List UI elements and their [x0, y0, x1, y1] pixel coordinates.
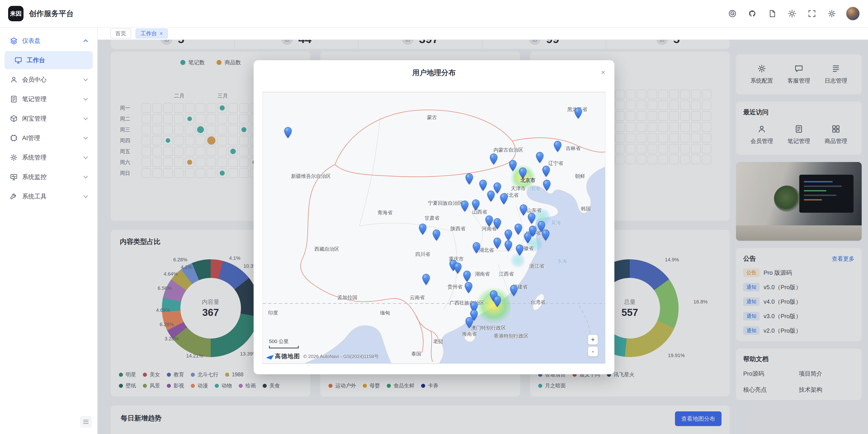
document-icon[interactable]: [765, 6, 780, 21]
map-label: 台湾省: [530, 299, 545, 306]
china-map[interactable]: 500 公里 高德地图 © 2026 AutoNavi - GS(2024)11…: [263, 92, 605, 364]
sidebar-item-笔记管理[interactable]: 笔记管理: [4, 90, 93, 108]
map-pin[interactable]: [479, 179, 487, 191]
map-pin[interactable]: [541, 229, 550, 241]
box-icon: [10, 115, 18, 122]
map-pin[interactable]: [536, 152, 544, 163]
map-pin[interactable]: [500, 193, 508, 205]
fullscreen-icon[interactable]: [804, 6, 819, 21]
modal-title: 用户地理分布: [412, 68, 456, 78]
gitee-icon[interactable]: [725, 6, 740, 21]
sidebar-item-系统管理[interactable]: 系统管理: [4, 148, 93, 167]
map-pin[interactable]: [542, 166, 550, 177]
map-label: 广西壮族自治区: [450, 299, 485, 307]
map-pin[interactable]: [574, 107, 582, 119]
tab-label: 首页: [115, 30, 126, 37]
tab-首页[interactable]: 首页: [110, 29, 131, 38]
map-pin[interactable]: [514, 223, 522, 235]
sidebar-collapse-icon[interactable]: [80, 416, 92, 428]
map-pin[interactable]: [554, 141, 562, 152]
users-icon: [10, 76, 18, 84]
sidebar-item-工作台[interactable]: 工作台: [4, 51, 93, 69]
sidebar-item-label: 工作台: [27, 56, 45, 64]
sidebar-item-label: 系统管理: [22, 153, 46, 162]
sidebar-item-AI管理[interactable]: AI管理: [4, 129, 93, 147]
map-pin[interactable]: [472, 242, 480, 254]
map-label: 西藏自治区: [314, 246, 339, 253]
chevron-icon: [84, 135, 88, 140]
map-label: 新疆维吾尔自治区: [291, 173, 331, 180]
sidebar-item-闲宝管理[interactable]: 闲宝管理: [4, 110, 93, 127]
sidebar-item-仪表盘[interactable]: 仪表盘: [4, 32, 93, 50]
map-label: 缅甸: [380, 310, 390, 316]
map-pin[interactable]: [504, 240, 513, 252]
map-pin[interactable]: [485, 215, 493, 227]
map-pin[interactable]: [284, 127, 292, 139]
map-label: 贵州省: [447, 284, 462, 290]
map-pin[interactable]: [432, 229, 440, 241]
map-pin[interactable]: [465, 317, 473, 328]
map-label: 蒙古: [427, 114, 437, 121]
map-pin[interactable]: [516, 244, 524, 256]
theme-toggle-icon[interactable]: [784, 6, 800, 21]
map-pin[interactable]: [490, 153, 498, 165]
map-pin[interactable]: [493, 295, 501, 307]
sidebar-item-label: 系统监控: [22, 173, 46, 181]
zoom-in-button[interactable]: +: [588, 335, 598, 345]
tool-icon: [10, 193, 18, 200]
map-pin[interactable]: [520, 204, 528, 216]
sidebar-item-系统监控[interactable]: 系统监控: [4, 168, 93, 186]
sidebar: 仪表盘工作台会员中心笔记管理闲宝管理AI管理系统管理系统监控系统工具: [0, 28, 98, 434]
sidebar-item-label: AI管理: [22, 134, 40, 142]
chevron-icon: [84, 77, 88, 81]
geo-distribution-modal: 用户地理分布 ×: [254, 60, 614, 374]
app-logo[interactable]: 来因: [8, 6, 24, 21]
map-label: 江西省: [499, 271, 514, 278]
sidebar-item-label: 会员中心: [22, 76, 46, 84]
map-pin[interactable]: [422, 273, 430, 285]
map-label: 泰国: [411, 350, 421, 357]
ai-icon: [10, 134, 18, 142]
map-pin[interactable]: [454, 262, 462, 274]
settings-gear-icon[interactable]: [824, 6, 839, 21]
map-pin[interactable]: [510, 285, 518, 296]
sidebar-item-系统工具[interactable]: 系统工具: [4, 187, 93, 205]
user-avatar[interactable]: [846, 6, 860, 21]
github-icon[interactable]: [745, 6, 760, 21]
map-pin[interactable]: [418, 223, 427, 235]
map-pin[interactable]: [465, 173, 473, 185]
close-icon[interactable]: ×: [601, 68, 605, 76]
map-pin[interactable]: [519, 167, 527, 179]
map-attribution: © 2026 AutoNavi - GS(2024)1158号: [303, 353, 379, 359]
map-pin[interactable]: [528, 212, 536, 224]
map-pin[interactable]: [524, 232, 532, 244]
pulse-icon: [10, 173, 18, 181]
map-pin[interactable]: [487, 190, 495, 202]
map-zoom-controls: + -: [588, 335, 598, 357]
map-pin[interactable]: [463, 270, 471, 282]
chevron-icon: [84, 39, 88, 44]
map-pin[interactable]: [493, 218, 501, 230]
app-title: 创作服务平台: [29, 8, 74, 19]
map-label: 朝鲜: [575, 173, 585, 180]
map-label: 湖北省: [479, 247, 494, 254]
map-pin[interactable]: [504, 229, 513, 241]
sidebar-item-label: 仪表盘: [22, 37, 40, 45]
map-label: 浙江省: [529, 263, 544, 269]
map-pin[interactable]: [509, 160, 517, 172]
map-pin[interactable]: [461, 200, 469, 212]
sidebar-item-会员中心[interactable]: 会员中心: [4, 70, 93, 89]
sidebar-item-label: 闲宝管理: [22, 115, 46, 123]
tab-工作台[interactable]: 工作台×: [135, 29, 168, 38]
map-label: 孟加拉国: [337, 294, 357, 301]
map-label: 天津市: [511, 185, 526, 192]
map-pin[interactable]: [543, 179, 551, 191]
sidebar-menu: 仪表盘工作台会员中心笔记管理闲宝管理AI管理系统管理系统监控系统工具: [0, 32, 97, 205]
map-pin[interactable]: [472, 199, 480, 211]
map-label: 韩国: [581, 205, 591, 212]
map-pin[interactable]: [465, 282, 473, 293]
tab-close-icon[interactable]: ×: [160, 31, 163, 36]
map-pin[interactable]: [493, 237, 501, 249]
sidebar-item-label: 笔记管理: [22, 95, 46, 103]
zoom-out-button[interactable]: -: [588, 346, 598, 357]
